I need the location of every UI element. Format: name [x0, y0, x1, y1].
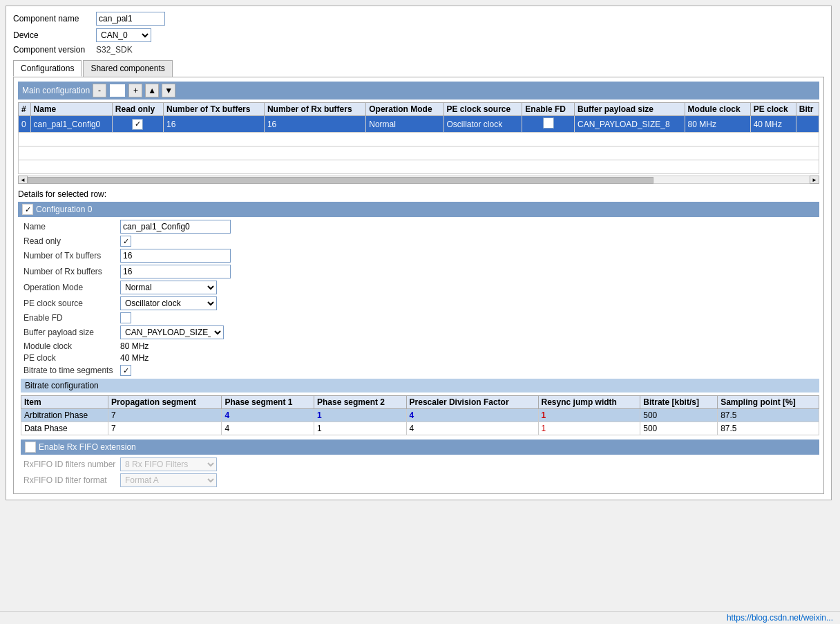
detail-bitrate-row: Bitrate to time segments	[21, 365, 819, 376]
tab-configurations[interactable]: Configurations	[13, 60, 82, 77]
detail-bitrate-checkbox[interactable]	[120, 365, 131, 376]
bcell-data-phase2: 1	[314, 422, 406, 435]
col-enable-fd: Enable FD	[522, 103, 575, 116]
detail-readonly-checkbox[interactable]	[120, 236, 131, 247]
cell-pe-clock-source: Oscillator clock	[443, 116, 522, 133]
cell-module-clock: 80 MHz	[685, 116, 750, 133]
bcell-arb-phase2: 1	[314, 409, 406, 422]
table-row-empty2	[19, 146, 819, 160]
cell-index: 0	[19, 116, 31, 133]
table-row[interactable]: 0 can_pal1_Config0 16 16 Normal Oscillat…	[19, 116, 819, 133]
col-rx-buffers: Number of Rx buffers	[264, 103, 365, 116]
tab-bar: Configurations Shared components	[13, 60, 824, 77]
scroll-thumb[interactable]	[28, 177, 653, 184]
bcol-sampling: Sampling point [%]	[718, 396, 819, 409]
col-bitr: Bitr	[796, 103, 819, 116]
detail-peclock-label: PE clock source	[23, 299, 120, 308]
device-row: Device CAN_0 CAN_1	[13, 28, 824, 42]
version-label: Component version	[13, 45, 96, 55]
detail-tx-input[interactable]	[120, 249, 231, 263]
detail-enablefd-checkbox[interactable]	[120, 312, 131, 323]
detail-tx-row: Number of Tx buffers	[21, 249, 819, 263]
details-section: Details for selected row: Configuration …	[18, 189, 819, 487]
col-name: Name	[30, 103, 112, 116]
scroll-left-btn[interactable]: ◄	[18, 176, 28, 184]
col-pe-clock: PE clock	[750, 103, 796, 116]
cell-pe-clock: 40 MHz	[750, 116, 796, 133]
fifo-format-label: RxFIFO ID filter format	[23, 475, 120, 485]
detail-name-input[interactable]	[120, 220, 231, 234]
fifo-enable-checkbox[interactable]	[25, 442, 36, 453]
version-row: Component version S32_SDK	[13, 45, 824, 55]
cell-name: can_pal1_Config0	[30, 116, 112, 133]
plus-button[interactable]: +	[128, 84, 142, 97]
col-module-clock: Module clock	[685, 103, 750, 116]
col-index: #	[19, 103, 31, 116]
bcell-data-sampling: 87.5	[718, 422, 819, 435]
bcol-phase1: Phase segment 1	[222, 396, 314, 409]
fifo-format-select[interactable]: Format A Format B Format C	[120, 473, 217, 487]
component-name-label: Component name	[13, 14, 96, 23]
bcell-arb-prescaler: 4	[406, 409, 538, 422]
scroll-right-btn[interactable]: ►	[810, 176, 819, 184]
bcell-data-prop: 7	[108, 422, 222, 435]
detail-opmode-select[interactable]: Normal Loopback Listen only	[120, 281, 217, 294]
bcell-arb-phase1: 4	[222, 409, 314, 422]
bcell-data-item: Data Phase	[21, 422, 108, 435]
bitrate-table: Item Propagation segment Phase segment 1…	[21, 395, 819, 435]
detail-tx-label: Number of Tx buffers	[23, 251, 120, 261]
enable-fd-checkbox-table[interactable]	[543, 117, 554, 129]
scroll-track[interactable]	[28, 176, 810, 184]
minus-button[interactable]: -	[93, 84, 106, 97]
tab-shared-components[interactable]: Shared components	[83, 60, 172, 77]
bcell-arb-resync: 1	[538, 409, 640, 422]
config0-checkbox[interactable]	[22, 204, 33, 215]
detail-rx-input[interactable]	[120, 265, 231, 278]
main-config-title: Main configuration	[22, 86, 90, 95]
bitrate-row-arb[interactable]: Arbitration Phase 7 4 1 4 1 500 87.5	[21, 409, 819, 422]
detail-peclock-val-value: 40 MHz	[120, 353, 149, 363]
detail-bitrate-label: Bitrate to time segments	[23, 366, 120, 375]
col-pe-clock-source: PE clock source	[443, 103, 522, 116]
detail-enablefd-label: Enable FD	[23, 313, 120, 323]
col-operation-mode: Operation Mode	[366, 103, 443, 116]
bcol-resync: Resync jump width	[538, 396, 640, 409]
component-name-input[interactable]	[96, 12, 165, 26]
fifo-section: Enable Rx FIFO extension RxFIFO ID filte…	[21, 439, 819, 487]
bcell-data-resync: 1	[538, 422, 640, 435]
up-button[interactable]: ▲	[145, 84, 159, 97]
detail-bufferpayload-row: Buffer payload size CAN_PAYLOAD_SIZE_8 C…	[21, 325, 819, 339]
component-name-row: Component name	[13, 12, 824, 26]
cell-bitr	[796, 116, 819, 133]
table-header-row: # Name Read only Number of Tx buffers Nu…	[19, 103, 819, 116]
detail-bufferpayload-select[interactable]: CAN_PAYLOAD_SIZE_8 CAN_PAYLOAD_SIZE_16 C…	[120, 325, 224, 339]
detail-moduleclock-label: Module clock	[23, 341, 120, 351]
bcell-data-phase1: 4	[222, 422, 314, 435]
config-count: 1	[109, 84, 126, 97]
down-button[interactable]: ▼	[162, 84, 175, 97]
detail-enablefd-row: Enable FD	[21, 312, 819, 323]
bcol-prescaler: Prescaler Division Factor	[406, 396, 538, 409]
detail-rx-label: Number of Rx buffers	[23, 267, 120, 276]
fifo-enable-label: Enable Rx FIFO extension	[39, 442, 136, 452]
bitrate-header: Bitrate configuration	[21, 379, 819, 393]
fifo-filters-row: RxFIFO ID filters number 8 Rx FIFO Filte…	[21, 457, 819, 471]
fifo-filters-label: RxFIFO ID filters number	[23, 460, 120, 469]
detail-moduleclock-value: 80 MHz	[120, 341, 149, 351]
detail-name-label: Name	[23, 222, 120, 231]
fifo-filters-select[interactable]: 8 Rx FIFO Filters 16 Rx FIFO Filters 24 …	[120, 457, 217, 471]
bcol-bitrate: Bitrate [kbit/s]	[640, 396, 718, 409]
bcell-data-bitrate: 500	[640, 422, 718, 435]
read-only-checkbox[interactable]	[132, 119, 143, 130]
cell-enable-fd	[522, 116, 575, 133]
tab-content: Main configuration - 1 + ▲ ▼ # Name Read…	[13, 77, 824, 494]
device-select[interactable]: CAN_0 CAN_1	[96, 28, 151, 42]
bitrate-header-row: Item Propagation segment Phase segment 1…	[21, 396, 819, 409]
detail-peclock-val-label: PE clock	[23, 353, 120, 363]
bitrate-row-data[interactable]: Data Phase 7 4 1 4 1 500 87.5	[21, 422, 819, 435]
detail-peclock-row: PE clock source Oscillator clock Periphe…	[21, 296, 819, 310]
detail-peclock-select[interactable]: Oscillator clock Peripheral clock	[120, 296, 217, 310]
horizontal-scrollbar[interactable]: ◄ ►	[18, 176, 819, 184]
detail-opmode-label: Operation Mode	[23, 283, 120, 292]
bcol-phase2: Phase segment 2	[314, 396, 406, 409]
